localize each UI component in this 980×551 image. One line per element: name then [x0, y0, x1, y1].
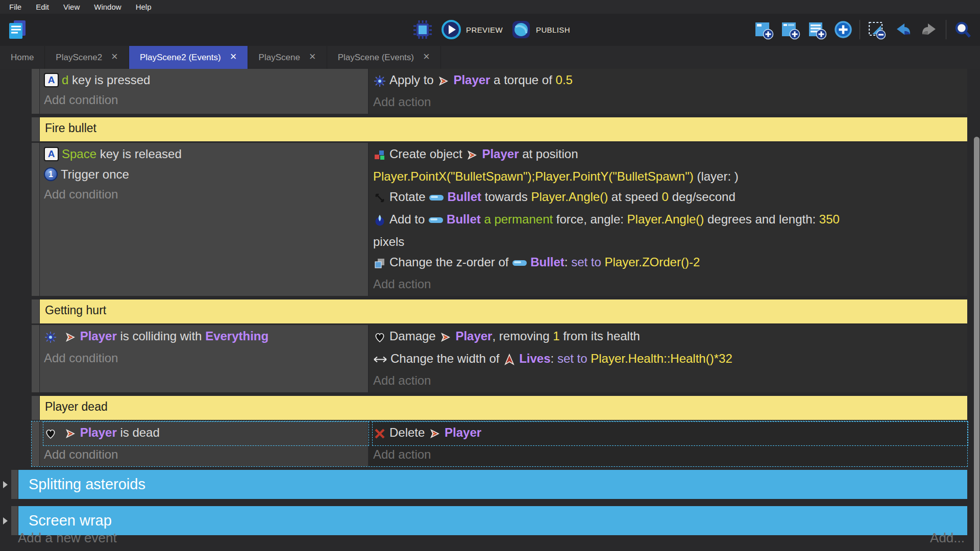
preview-button[interactable]: PREVIEW: [441, 19, 503, 40]
add-condition-link[interactable]: Add condition: [44, 348, 368, 368]
event-drag-handle[interactable]: [32, 69, 39, 114]
instruction-text: , removing: [492, 329, 553, 343]
menu-item-file[interactable]: File: [2, 0, 29, 14]
menu-item-edit[interactable]: Edit: [29, 0, 56, 14]
publish-button[interactable]: PUBLISH: [511, 19, 570, 40]
comment-text: Player dead: [40, 396, 967, 420]
instruction-text: Delete: [389, 425, 428, 439]
event-drag-handle[interactable]: [32, 421, 39, 466]
tab-home[interactable]: Home: [0, 46, 45, 69]
expand-arrow-icon[interactable]: [3, 481, 8, 488]
action-lines: Damage Player, removing 1 from its healt…: [373, 326, 967, 371]
action-line[interactable]: Add to Bullet a permanent force, angle: …: [373, 209, 967, 252]
tab-label: Home: [11, 53, 34, 63]
play-icon: [441, 19, 461, 40]
action-line[interactable]: Apply to Player a torque of 0.5: [373, 70, 967, 92]
instruction-text: Bullet: [447, 190, 481, 204]
condition-line[interactable]: d key is pressed: [44, 70, 368, 90]
add-action-link[interactable]: Add action: [373, 371, 967, 390]
action-line[interactable]: Delete Player: [373, 422, 967, 445]
z-order-icon: [373, 252, 386, 272]
undo-icon[interactable]: [893, 19, 913, 40]
player-object-icon: [437, 70, 450, 90]
instruction-text: Player: [455, 329, 492, 343]
event-drag-handle[interactable]: [32, 299, 39, 323]
condition-lines: Player is dead: [44, 422, 368, 445]
add-button[interactable]: Add...: [930, 530, 965, 546]
actions-cell: Create object Player at positionPlayer.P…: [369, 143, 967, 296]
instruction-text: Player.PointX("BulletSpawn");Player.Poin…: [373, 169, 694, 183]
action-lines: Apply to Player a torque of 0.5: [373, 70, 967, 92]
instruction-text: Apply to: [389, 73, 437, 87]
add-action-link[interactable]: Add action: [373, 274, 967, 294]
menu-item-window[interactable]: Window: [87, 0, 128, 14]
add-sub-event-icon[interactable]: [780, 19, 800, 40]
event-row[interactable]: Player is colliding with EverythingAdd c…: [32, 325, 967, 392]
event-drag-handle[interactable]: [32, 117, 39, 141]
event-row[interactable]: d key is pressedAdd conditionApply to Pl…: [32, 69, 967, 114]
add-condition-link[interactable]: Add condition: [44, 445, 368, 464]
condition-line[interactable]: Space key is released: [44, 144, 368, 164]
tab-label: PlayScene (Events): [338, 53, 414, 63]
add-event-icon[interactable]: [753, 19, 774, 40]
add-comment-icon[interactable]: [806, 19, 827, 40]
publish-label: PUBLISH: [536, 26, 570, 34]
add-condition-link[interactable]: Add condition: [44, 90, 368, 110]
health-icon: [44, 422, 57, 443]
tab-playscene2[interactable]: PlayScene2: [45, 46, 129, 69]
search-icon[interactable]: [952, 19, 973, 40]
conditions-cell: Player is colliding with EverythingAdd c…: [40, 325, 368, 392]
comment-row[interactable]: Getting hurt: [32, 299, 967, 323]
event-drag-handle[interactable]: [32, 143, 39, 296]
condition-line[interactable]: Player is colliding with Everything: [44, 326, 368, 348]
event-drag-handle[interactable]: [32, 396, 39, 420]
condition-line[interactable]: Trigger once: [44, 164, 368, 185]
action-line[interactable]: Change the z-order of Bullet: set to Pla…: [373, 252, 967, 274]
instruction-text: a permanent: [481, 212, 556, 226]
redo-icon[interactable]: [919, 19, 940, 40]
event-row[interactable]: Space key is releasedTrigger onceAdd con…: [32, 143, 967, 296]
action-line[interactable]: Change the width of Lives: set to Player…: [373, 348, 967, 371]
event-row[interactable]: Player is deadAdd conditionDelete Player…: [32, 421, 967, 466]
tab-playscene-events[interactable]: PlayScene (Events): [327, 46, 441, 69]
tab-playscene2-events[interactable]: PlayScene2 (Events): [129, 46, 248, 69]
choose-add-event-icon[interactable]: [833, 19, 853, 40]
bullet-object-icon: [512, 252, 527, 272]
comment-row[interactable]: Player dead: [32, 396, 967, 420]
action-line[interactable]: Damage Player, removing 1 from its healt…: [373, 326, 967, 348]
tab-playscene[interactable]: PlayScene: [248, 46, 327, 69]
tab-close-icon[interactable]: [423, 52, 430, 63]
add-new-event-link[interactable]: Add a new event: [18, 530, 117, 546]
instruction-text: 1: [553, 329, 559, 343]
instruction-text: :: [551, 352, 557, 365]
toolbar-right: [753, 19, 973, 40]
action-line[interactable]: Create object Player at positionPlayer.P…: [373, 144, 967, 187]
menu-item-help[interactable]: Help: [129, 0, 159, 14]
instruction-text: Everything: [205, 329, 268, 343]
add-action-link[interactable]: Add action: [373, 445, 967, 464]
tab-close-icon[interactable]: [230, 52, 237, 63]
instruction-text: deg/second: [669, 190, 736, 204]
vertical-scrollbar[interactable]: [974, 137, 979, 551]
instruction-text: Bullet: [530, 255, 565, 269]
add-action-link[interactable]: Add action: [373, 92, 967, 112]
comment-row[interactable]: Fire bullet: [32, 117, 967, 141]
expand-arrow-icon[interactable]: [3, 517, 8, 524]
player-object-icon: [439, 326, 452, 346]
tab-label: PlayScene2 (Events): [140, 53, 221, 63]
group-row[interactable]: Splitting asteroids: [11, 470, 967, 499]
tab-close-icon[interactable]: [309, 52, 316, 63]
sheet-footer: Add a new event Add...: [0, 525, 980, 548]
tab-close-icon[interactable]: [111, 52, 118, 63]
menu-item-view[interactable]: View: [56, 0, 87, 14]
condition-line[interactable]: Player is dead: [44, 422, 368, 445]
debug-icon[interactable]: [412, 19, 433, 40]
instruction-text: Change the z-order of: [389, 255, 512, 269]
delete-selected-icon[interactable]: [866, 19, 887, 40]
event-drag-handle[interactable]: [11, 470, 18, 499]
add-condition-link[interactable]: Add condition: [44, 185, 368, 204]
instruction-text: [60, 329, 64, 343]
action-line[interactable]: Rotate Bullet towards Player.Angle() at …: [373, 187, 967, 209]
event-drag-handle[interactable]: [32, 325, 39, 392]
instruction-text: at speed: [608, 190, 662, 204]
